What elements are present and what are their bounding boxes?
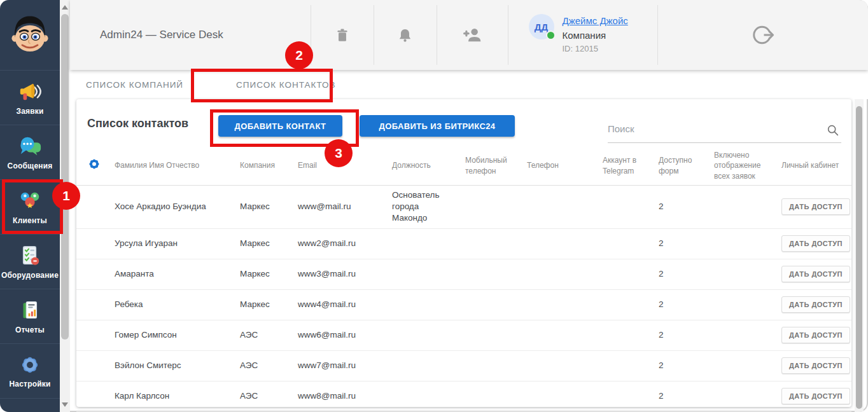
sidebar-item-label: Отчеты <box>15 326 45 334</box>
bell-icon <box>396 27 414 44</box>
cell-display-all <box>714 390 781 402</box>
table-settings-button[interactable] <box>87 157 115 174</box>
cell-position <box>392 329 465 341</box>
cell-name: Карл Карлсон <box>115 390 240 402</box>
cell-name: Хосе Аркадио Буэндиа <box>115 201 240 212</box>
logout-button[interactable] <box>657 5 868 65</box>
cell-email: www4@mail.ru <box>298 299 392 310</box>
table-row: Амаранта Маркес www3@mail.ru 2 ДАТЬ ДОСТ… <box>76 259 851 290</box>
grant-access-button[interactable]: ДАТЬ ДОСТУП <box>781 327 850 343</box>
cell-cabinet: ДАТЬ ДОСТУП <box>781 235 856 252</box>
grant-access-button[interactable]: ДАТЬ ДОСТУП <box>781 266 850 282</box>
app-title: Admin24 — Service Desk <box>100 29 311 41</box>
cell-forms-count: 2 <box>659 268 714 280</box>
sidebar-item-label: Настройки <box>9 380 50 388</box>
search-input[interactable] <box>608 118 818 134</box>
grant-access-button[interactable]: ДАТЬ ДОСТУП <box>781 296 850 313</box>
sidebar: Заявки Сообщения <box>0 0 60 412</box>
cell-position: Основатель города Макондо <box>392 186 465 228</box>
scroll-down-arrow[interactable] <box>62 402 68 407</box>
col-header-display-all: Включено отображение всех заявок <box>714 150 781 181</box>
cell-display-all <box>714 238 781 249</box>
sidebar-item-label: Клиенты <box>13 216 47 225</box>
user-id: ID: 12015 <box>563 43 628 55</box>
table-header: Фамилия Имя Отчество Компания Email Долж… <box>76 146 851 186</box>
table-row: Карл Карлсон АЭС www8@mail.ru 2 ДАТЬ ДОС… <box>76 381 851 412</box>
col-header-email: Email <box>298 160 392 170</box>
cell-cabinet: ДАТЬ ДОСТУП <box>781 296 856 313</box>
cell-company: Маркес <box>240 268 298 280</box>
app-window: Заявки Сообщения <box>0 0 868 412</box>
col-header-name: Фамилия Имя Отчество <box>115 160 240 170</box>
cell-company: АЭС <box>240 329 298 341</box>
cell-name: Амаранта <box>115 268 240 280</box>
add-user-icon <box>461 25 483 45</box>
tab-company-list[interactable]: СПИСОК КОМПАНИЙ <box>86 80 183 90</box>
cell-company: Маркес <box>240 238 298 249</box>
user-name-link[interactable]: Джеймс Джойс <box>563 14 628 29</box>
right-scrollbar-thumb[interactable] <box>856 106 862 409</box>
add-user-button[interactable] <box>437 5 508 65</box>
cell-email: www6@mail.ru <box>298 329 392 341</box>
left-scrollbar-thumb[interactable] <box>61 14 69 340</box>
grant-access-button[interactable]: ДАТЬ ДОСТУП <box>781 357 850 374</box>
add-from-bitrix24-button[interactable]: ДОБАВИТЬ ИЗ БИТРИКС24 <box>360 115 515 137</box>
cell-display-all <box>714 329 781 341</box>
cell-position <box>392 390 465 402</box>
cell-forms-count: 2 <box>659 238 714 249</box>
user-initials: ДД <box>535 22 548 32</box>
sidebar-item-reports[interactable]: Отчеты <box>0 289 60 344</box>
table-row: Урсула Игуаран Маркес www2@mail.ru 2 ДАТ… <box>76 229 851 259</box>
table-gear-icon <box>87 157 101 171</box>
sidebar-item-clients[interactable]: Клиенты <box>0 180 60 235</box>
sidebar-item-label: Заявки <box>16 107 43 116</box>
gear-icon <box>18 354 41 376</box>
trash-button[interactable] <box>311 5 374 65</box>
user-account: ДД Джеймс Джойс Компания ID: 12015 <box>508 5 657 65</box>
cell-forms-count: 2 <box>659 329 714 341</box>
col-header-phone: Телефон <box>527 160 603 170</box>
cell-company: Маркес <box>240 299 298 310</box>
megaphone-icon <box>18 79 42 104</box>
cell-name: Урсула Игуаран <box>115 238 240 249</box>
sidebar-item-settings[interactable]: Настройки <box>0 344 60 399</box>
cell-forms-count: 2 <box>659 299 714 310</box>
grant-access-button[interactable]: ДАТЬ ДОСТУП <box>781 198 850 215</box>
cell-cabinet: ДАТЬ ДОСТУП <box>781 327 856 343</box>
cell-email: www3@mail.ru <box>298 268 392 280</box>
cell-forms-count: 2 <box>659 360 714 371</box>
table-row: Хосе Аркадио Буэндиа Маркес www@mail.ru … <box>76 186 851 229</box>
cell-company: Маркес <box>240 201 298 212</box>
cell-display-all <box>714 360 781 371</box>
cell-display-all <box>714 299 781 310</box>
notifications-button[interactable] <box>374 5 437 65</box>
cell-forms-count: 2 <box>659 201 714 212</box>
cell-cabinet: ДАТЬ ДОСТУП <box>781 198 856 215</box>
sidebar-item-tickets[interactable]: Заявки <box>0 70 60 125</box>
equipment-icon <box>18 244 42 268</box>
scroll-up-arrow[interactable] <box>62 5 68 10</box>
tab-contact-list[interactable]: СПИСОК КОНТАКТОВ <box>236 80 336 90</box>
table-row: Гомер Симпсон АЭС www6@mail.ru 2 ДАТЬ ДО… <box>76 320 851 351</box>
search-icon[interactable] <box>826 123 840 140</box>
cell-company: АЭС <box>240 390 298 402</box>
add-contact-button[interactable]: ДОБАВИТЬ КОНТАКТ <box>218 115 342 137</box>
cell-email: www@mail.ru <box>298 201 392 212</box>
contacts-panel: Список контактов ДОБАВИТЬ КОНТАКТ ДОБАВИ… <box>76 99 851 407</box>
col-header-telegram: Аккаунт в Telegram <box>603 155 659 175</box>
cell-company: АЭС <box>240 360 298 371</box>
sidebar-item-equipment[interactable]: Оборудование <box>0 235 60 289</box>
cell-email: www2@mail.ru <box>298 238 392 249</box>
page-title: Список контактов <box>87 117 188 130</box>
reports-icon <box>18 298 42 322</box>
grant-access-button[interactable]: ДАТЬ ДОСТУП <box>781 235 850 252</box>
logout-icon <box>752 24 774 46</box>
col-header-mobile: Мобильный телефон <box>465 155 527 175</box>
cell-email: www8@mail.ru <box>298 390 392 402</box>
sidebar-item-label: Оборудование <box>1 271 59 280</box>
sidebar-item-messages[interactable]: Сообщения <box>0 125 60 180</box>
cell-display-all <box>714 268 781 280</box>
user-avatar[interactable]: ДД <box>529 14 554 39</box>
left-scrollbar <box>60 0 70 412</box>
grant-access-button[interactable]: ДАТЬ ДОСТУП <box>781 388 850 404</box>
